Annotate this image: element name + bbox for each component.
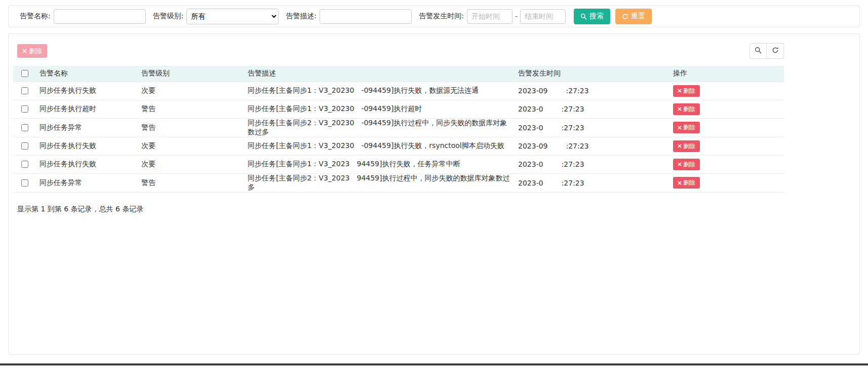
time-prefix: 2023-0 (518, 105, 543, 113)
action-header: 操作 (669, 66, 784, 82)
table-row: 同步任务执行超时 警告 同步任务[主备同步1：V3_20230-094459]执… (13, 100, 784, 118)
desc-prefix: 同步任务[主备同步1：V3_20230 (248, 104, 354, 113)
row-delete-label: 删除 (683, 123, 695, 132)
cell-alarm-level: 警告 (137, 173, 244, 192)
table-row: 同步任务执行失败 次要 同步任务[主备同步1：V3_20230-094459]执… (13, 82, 784, 100)
row-delete-button[interactable]: 删除 (673, 177, 700, 189)
x-icon (678, 162, 682, 166)
cell-alarm-name: 同步任务执行超时 (35, 100, 137, 118)
table-header-row: 告警名称 告警级别 告警描述 告警发生时间 操作 (13, 66, 784, 82)
cell-action: 删除 (669, 118, 784, 137)
alarm-name-input[interactable] (54, 9, 146, 24)
refresh-icon (772, 47, 779, 55)
row-delete-button[interactable]: 删除 (673, 159, 700, 170)
cell-alarm-time: 2023-09:27:23 (514, 82, 669, 100)
table-row: 同步任务异常 警告 同步任务[主备同步2：V3_20230-094459]执行过… (13, 118, 784, 137)
row-checkbox[interactable] (21, 124, 28, 131)
table-tools (749, 43, 784, 59)
table-row: 同步任务执行失败 次要 同步任务[主备同步1：V3_20230-094459]执… (13, 137, 784, 155)
time-prefix: 2023-0 (518, 160, 543, 168)
cell-action: 删除 (669, 155, 784, 173)
cell-alarm-desc: 同步任务[主备同步1：V3_20230-094459]执行失败，rsynctoo… (244, 137, 514, 155)
time-suffix: :27:23 (566, 142, 589, 150)
row-delete-button[interactable]: 删除 (673, 140, 700, 152)
alarm-name-label: 告警名称: (20, 12, 51, 21)
search-icon (755, 47, 762, 55)
alarm-name-header: 告警名称 (35, 66, 137, 82)
search-button[interactable]: 搜索 (574, 9, 610, 24)
cell-alarm-level: 次要 (137, 82, 244, 100)
alarm-desc-label: 告警描述: (286, 12, 317, 21)
cell-alarm-name: 同步任务执行失败 (35, 155, 137, 173)
row-checkbox[interactable] (21, 87, 28, 94)
x-icon (678, 126, 682, 130)
search-icon (580, 13, 587, 20)
time-suffix: :27:23 (566, 87, 589, 95)
cell-alarm-desc: 同步任务[主备同步1：V3_20230-094459]执行失败，数据源无法连通 (244, 82, 514, 100)
bulk-delete-label: 删除 (29, 47, 42, 56)
row-delete-label: 删除 (683, 178, 695, 187)
desc-suffix: -094459]执行超时 (361, 104, 422, 113)
alarm-level-label: 告警级别: (153, 12, 184, 21)
row-delete-label: 删除 (683, 142, 695, 151)
bulk-delete-button[interactable]: 删除 (17, 44, 47, 58)
cell-alarm-level: 次要 (137, 155, 244, 173)
x-icon (678, 144, 682, 148)
row-checkbox[interactable] (21, 179, 28, 187)
cell-alarm-name: 同步任务执行失败 (35, 137, 137, 155)
table-search-button[interactable] (749, 43, 767, 59)
time-suffix: :27:23 (562, 179, 584, 187)
time-prefix: 2023-09 (518, 142, 548, 150)
cell-alarm-time: 2023-0:27:23 (514, 100, 669, 118)
bottom-border-line (0, 363, 868, 365)
cell-alarm-name: 同步任务异常 (35, 173, 137, 192)
table-toolbar: 删除 (13, 43, 784, 59)
alarm-table: 告警名称 告警级别 告警描述 告警发生时间 操作 同步任务执行失败 次要 同步任… (13, 66, 784, 193)
row-checkbox[interactable] (21, 142, 28, 150)
cell-alarm-level: 警告 (137, 118, 244, 137)
row-checkbox[interactable] (21, 161, 28, 168)
alarm-level-select[interactable]: 所有 (186, 9, 279, 24)
cell-alarm-desc: 同步任务[主备同步2：V3_202394459]执行过程中，同步失败的数据库对象… (244, 173, 514, 192)
reset-button-label: 重置 (631, 12, 645, 21)
table-refresh-button[interactable] (767, 43, 784, 59)
time-prefix: 2023-0 (518, 179, 543, 187)
reset-button[interactable]: 重置 (615, 9, 652, 24)
table-body: 同步任务执行失败 次要 同步任务[主备同步1：V3_20230-094459]执… (13, 82, 784, 192)
row-delete-button[interactable]: 删除 (673, 122, 700, 133)
record-summary: 显示第 1 到第 6 条记录，总共 6 条记录 (17, 205, 784, 214)
row-checkbox[interactable] (21, 105, 28, 113)
alarm-time-header: 告警发生时间 (514, 66, 669, 82)
desc-prefix: 同步任务[主备同步1：V3_2023 (248, 160, 349, 168)
row-delete-label: 删除 (683, 160, 695, 169)
cell-action: 删除 (669, 173, 784, 192)
desc-suffix: -094459]执行失败，rsynctool脚本启动失败 (361, 141, 504, 150)
x-icon (678, 181, 682, 185)
search-button-label: 搜索 (589, 12, 604, 21)
desc-prefix: 同步任务[主备同步2：V3_2023 (248, 174, 349, 182)
cell-alarm-time: 2023-0:27:23 (514, 155, 669, 173)
x-icon (22, 49, 27, 53)
time-prefix: 2023-09 (518, 87, 548, 95)
cell-action: 删除 (669, 137, 784, 155)
alarm-level-header: 告警级别 (137, 66, 244, 82)
row-delete-button[interactable]: 删除 (673, 103, 700, 115)
cell-alarm-level: 次要 (137, 137, 244, 155)
desc-prefix: 同步任务[主备同步1：V3_20230 (248, 141, 354, 150)
cell-alarm-name: 同步任务执行失败 (35, 82, 137, 100)
time-range-separator: - (515, 12, 518, 20)
alarm-desc-input[interactable] (320, 9, 412, 24)
start-time-input[interactable] (467, 9, 512, 24)
time-prefix: 2023-0 (518, 124, 543, 132)
filter-bar: 告警名称: 告警级别: 所有 告警描述: 告警发生时间: - 搜索 重置 (8, 5, 860, 27)
table-row: 同步任务执行失败 次要 同步任务[主备同步1：V3_202394459]执行失败… (13, 155, 784, 173)
row-delete-label: 删除 (683, 87, 695, 95)
x-icon (678, 89, 682, 93)
cell-alarm-desc: 同步任务[主备同步1：V3_20230-094459]执行超时 (244, 100, 514, 118)
end-time-input[interactable] (520, 9, 566, 24)
row-delete-button[interactable]: 删除 (673, 85, 700, 97)
time-suffix: :27:23 (562, 124, 584, 132)
cell-alarm-time: 2023-0:27:23 (514, 173, 669, 192)
refresh-icon (622, 13, 628, 20)
select-all-checkbox[interactable] (21, 70, 28, 77)
